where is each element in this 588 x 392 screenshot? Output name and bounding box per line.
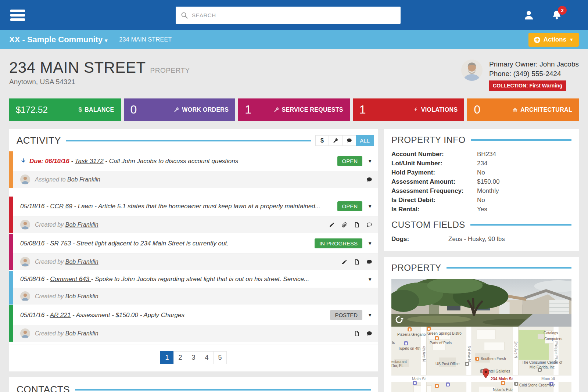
comment-icon[interactable] — [366, 177, 372, 183]
comment-link[interactable]: Comment 643 — [50, 276, 91, 283]
map-marker-label: 234 Main St — [491, 377, 513, 381]
contacts-card: CONTACTS — [9, 377, 378, 392]
work-orders-card[interactable]: 0 WORK ORDERS — [124, 98, 236, 121]
search-input[interactable] — [192, 12, 395, 18]
contacts-title: CONTACTS — [17, 384, 70, 392]
restaurant-poi-icon — [435, 384, 439, 388]
pdf-file-icon[interactable] — [354, 259, 360, 265]
user-link[interactable]: Bob Franklin — [65, 222, 98, 228]
page-button-2[interactable]: 2 — [173, 351, 187, 364]
status-badge[interactable]: OPEN — [337, 201, 363, 211]
comment-icon[interactable] — [366, 259, 372, 265]
chevron-down-icon[interactable]: ▼ — [368, 277, 372, 282]
paperclip-icon[interactable] — [341, 222, 347, 228]
architectural-card[interactable]: 0 ARCHITECTURAL — [467, 98, 579, 121]
comment-icon[interactable] — [366, 331, 372, 337]
user-link[interactable]: Bob Franklin — [65, 293, 98, 299]
community-selector[interactable]: XX - Sample Community▾ — [9, 35, 107, 44]
bar-poi-icon — [501, 381, 505, 385]
service-requests-count: 1 — [245, 103, 251, 116]
custom-field-dogs: Dogs:Zeus - Husky, 90 lbs — [391, 234, 571, 244]
street-view-rotate-icon[interactable] — [394, 315, 404, 324]
user-link[interactable]: Bob Franklin — [65, 330, 98, 337]
search-box[interactable] — [176, 7, 401, 24]
avatar — [20, 175, 30, 184]
user-link[interactable]: Bob Franklin — [67, 176, 100, 183]
chevron-down-icon[interactable]: ▼ — [368, 241, 372, 246]
page-button-4[interactable]: 4 — [200, 351, 214, 364]
map-poi-label: Pizzeria Gregario — [397, 332, 426, 337]
page-title: 234 MAIN STREET — [9, 59, 146, 76]
chevron-down-icon[interactable]: ▼ — [368, 204, 372, 209]
map-street-label: 2nd Ave N — [514, 341, 518, 358]
info-row-hold-payment: Hold Payment:No — [391, 168, 571, 177]
actions-button[interactable]: Actions ▼ — [528, 33, 579, 47]
activity-item-task: Due: 06/10/16 - Task 3172 - Call John Ja… — [9, 151, 378, 188]
user-account-icon[interactable] — [523, 10, 534, 21]
filter-all-button[interactable]: ALL — [356, 135, 374, 146]
section-rule — [66, 140, 311, 141]
property-section-title: PROPERTY — [391, 263, 441, 273]
chevron-down-icon[interactable]: ▼ — [368, 158, 372, 164]
page-button-5[interactable]: 5 — [213, 351, 227, 364]
violations-count: 1 — [359, 103, 366, 116]
shop-poi-icon — [446, 382, 450, 386]
service-requests-card[interactable]: 1 SERVICE REQUESTS — [238, 98, 350, 121]
page-type-label: PROPERTY — [150, 66, 190, 74]
map-poi-label: Tupelo on 4th — [398, 346, 420, 350]
edit-pencil-icon[interactable] — [341, 259, 347, 265]
balance-card[interactable]: $172.52 $BALANCE — [9, 98, 121, 121]
avatar — [20, 257, 30, 267]
dollar-icon: $ — [79, 106, 82, 114]
street-view-photo[interactable] — [391, 279, 571, 327]
edit-pencil-icon[interactable] — [329, 222, 335, 228]
page-button-1[interactable]: 1 — [160, 351, 174, 364]
map-street-label: 4th Ave N — [422, 346, 426, 362]
plus-circle-icon — [534, 36, 541, 43]
restaurant-poi-icon — [475, 357, 479, 361]
owner-avatar — [461, 60, 483, 81]
pdf-file-icon[interactable] — [354, 222, 360, 228]
status-badge[interactable]: OPEN — [337, 156, 363, 166]
activity-item-color-bar — [9, 305, 13, 342]
chevron-down-icon[interactable]: ▼ — [368, 312, 372, 318]
filter-workorders-button[interactable] — [329, 135, 343, 146]
section-rule — [470, 224, 571, 226]
status-badge[interactable]: POSTED — [330, 310, 362, 320]
ar-link[interactable]: AR 221 — [50, 312, 71, 319]
property-address: Anytown, USA 54321 — [9, 78, 190, 86]
violations-card[interactable]: 1 VIOLATIONS — [353, 98, 465, 121]
map-marker-pin[interactable] — [483, 368, 489, 378]
filter-payments-button[interactable]: $ — [315, 135, 329, 146]
user-link[interactable]: Bob Franklin — [65, 259, 98, 265]
search-icon — [181, 12, 188, 19]
post-office-poi-icon — [465, 362, 469, 366]
sr-link[interactable]: SR 753 — [50, 240, 71, 247]
map-building — [477, 330, 496, 339]
ccr-link[interactable]: CCR 69 — [50, 203, 72, 210]
activity-filter-group: $ ALL — [315, 135, 374, 146]
pdf-file-icon[interactable] — [354, 331, 360, 337]
map-poi-label: ls — [392, 341, 395, 345]
dollar-icon: $ — [320, 137, 324, 144]
page-button-3[interactable]: 3 — [187, 351, 200, 364]
avatar — [20, 328, 30, 338]
collection-status-badge: COLLECTION: First Warning — [489, 80, 566, 91]
comment-icon[interactable] — [366, 222, 372, 228]
wrench-icon — [333, 138, 338, 143]
map-poi-label: Southern Fresh — [481, 357, 506, 361]
filter-comments-button[interactable] — [343, 135, 356, 146]
hamburger-menu-icon[interactable] — [10, 8, 25, 23]
section-rule — [75, 389, 371, 391]
property-map[interactable]: Pizzeria Gregario Green Springs Bistro P… — [391, 327, 571, 392]
wrench-icon — [274, 107, 279, 112]
info-row-assessment-frequency: Assessment Frequency:Monthly — [391, 186, 571, 195]
work-orders-count: 0 — [130, 103, 137, 116]
task-link[interactable]: Task 3172 — [75, 158, 104, 165]
activity-item-comment: 05/08/16 - Comment 643 - Spoke to John J… — [9, 271, 378, 305]
bank-poi-icon — [514, 382, 518, 386]
owner-name-link[interactable]: John Jacobs — [539, 60, 579, 68]
section-rule — [471, 139, 571, 141]
status-badge[interactable]: IN PROGRESS — [315, 238, 362, 248]
notifications-bell-icon[interactable]: 2 — [551, 10, 562, 21]
